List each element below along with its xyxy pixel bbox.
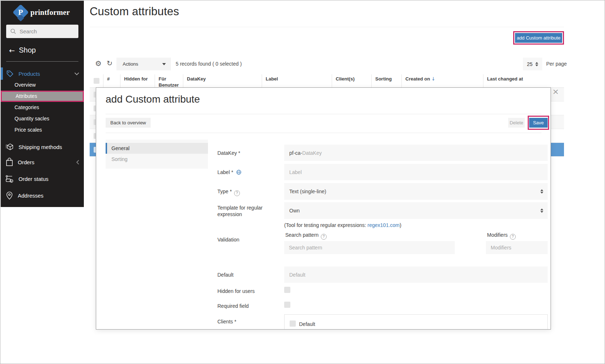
required-field-checkbox[interactable]	[284, 302, 290, 308]
records-found-text: 5 records found ( 0 selected )	[176, 61, 242, 67]
datakey-label: DataKey *	[217, 150, 281, 156]
modal-tab-general[interactable]: General	[106, 143, 208, 154]
select-stepper-icon	[540, 189, 543, 194]
sidebar-item-attributes[interactable]: Attributes	[1, 91, 84, 102]
regex-template-value: Own	[289, 208, 300, 214]
column-header-last-changed[interactable]: Last changed at	[483, 74, 564, 87]
divider	[106, 114, 541, 114]
tag-icon	[6, 70, 14, 78]
sidebar-item-categories[interactable]: Categories	[1, 102, 84, 113]
sidebar-item-order-status[interactable]: Order status	[1, 173, 84, 185]
item-label: Addresses	[18, 193, 44, 199]
sort-descending-icon: ↓	[432, 76, 436, 82]
close-icon[interactable]: ×	[551, 87, 560, 96]
shipping-box-icon	[5, 142, 14, 151]
actions-dropdown[interactable]: Actions	[116, 58, 171, 70]
modal-nav: General Sorting	[106, 140, 208, 169]
regex-tool-note: (Tool for testing regular expressions: r…	[284, 222, 401, 228]
datakey-placeholder: DataKey	[302, 150, 322, 156]
regex101-link[interactable]: regex101.com	[368, 222, 400, 228]
search-input[interactable]	[20, 28, 74, 34]
label-input[interactable]	[284, 164, 548, 180]
delete-button[interactable]: Delete	[508, 118, 525, 128]
sidebar: P printformer ← Shop Products Overview A…	[1, 1, 84, 207]
shop-label: Shop	[19, 46, 36, 54]
refresh-icon[interactable]: ↻	[107, 59, 113, 67]
sidebar-item-shipping-methods[interactable]: Shipping methods	[1, 141, 84, 153]
active-section-bar	[1, 67, 3, 80]
sidebar-item-products[interactable]: Products	[1, 68, 84, 79]
divider	[106, 133, 541, 133]
chevron-down-icon	[74, 72, 79, 75]
regex-template-select[interactable]: Own	[284, 202, 548, 219]
sidebar-item-orders[interactable]: Orders	[1, 156, 84, 168]
sidebar-item-overview[interactable]: Overview	[1, 79, 84, 91]
regex-template-label: Template for regular expression	[217, 204, 274, 218]
settings-gear-icon[interactable]: ⚙	[95, 59, 102, 68]
type-select[interactable]: Text (single-line)	[284, 183, 548, 200]
modal-title: add Custom attribute	[106, 94, 200, 105]
logo-text: printformer	[30, 8, 70, 17]
dropdown-arrow-icon	[162, 63, 166, 65]
select-stepper-icon	[540, 208, 543, 213]
hidden-for-users-label: Hidden for users	[217, 288, 281, 294]
back-to-overview-button[interactable]: Back to overview	[106, 118, 151, 128]
column-header-created-on[interactable]: Created on ↓	[401, 74, 483, 87]
workflow-icon	[5, 175, 14, 183]
printformer-logo-icon: P	[12, 4, 29, 20]
add-custom-attribute-button[interactable]: add Custom attribute	[515, 33, 562, 43]
default-input[interactable]	[284, 266, 548, 283]
datakey-field[interactable]: pf-ca-DataKey	[284, 145, 548, 161]
modal-tab-sorting[interactable]: Sorting	[106, 154, 208, 165]
back-to-shop[interactable]: ← Shop	[1, 38, 84, 54]
page-title: Custom attributes	[90, 5, 179, 18]
modifiers-input[interactable]	[486, 241, 548, 254]
shopping-bag-icon	[5, 158, 13, 166]
label-label: Label *	[217, 169, 281, 177]
sidebar-item-shop-content[interactable]: Shop content	[1, 205, 84, 207]
save-button-highlight: Save	[528, 116, 549, 130]
search-pattern-input[interactable]	[284, 241, 455, 254]
sidebar-item-quantity-scales[interactable]: Quantity sacles	[1, 113, 84, 124]
sidebar-item-addresses[interactable]: Addresses	[1, 189, 84, 202]
validation-label: Validation	[217, 236, 281, 243]
save-button[interactable]: Save	[529, 118, 548, 128]
column-header-fuer-benutzer[interactable]: Für Benutzer	[155, 74, 183, 87]
client-default-checkbox[interactable]	[290, 320, 296, 327]
select-all-checkbox[interactable]	[94, 78, 99, 84]
clients-label: Clients *	[217, 318, 281, 325]
client-default-label: Default	[299, 321, 315, 327]
map-pin-icon	[5, 191, 13, 200]
back-arrow-icon: ←	[9, 46, 15, 54]
chevron-left-icon	[76, 160, 79, 165]
type-value: Text (single-line)	[289, 189, 326, 194]
item-label: Order status	[19, 176, 49, 182]
sidebar-item-price-scales[interactable]: Price scales	[1, 124, 84, 136]
column-header-clients[interactable]: Client(s)	[332, 74, 371, 87]
default-label: Default	[217, 272, 281, 278]
hidden-for-users-checkbox[interactable]	[284, 287, 290, 293]
type-label: Type *?	[217, 188, 281, 196]
search-pattern-label: Search pattern?	[285, 232, 327, 240]
help-icon[interactable]: ?	[321, 234, 327, 240]
actions-label: Actions	[123, 61, 138, 67]
help-icon[interactable]: ?	[510, 234, 516, 240]
app-frame: P printformer ← Shop Products Overview A…	[0, 0, 605, 364]
required-field-label: Required field	[217, 303, 281, 309]
per-page-select[interactable]: 25	[523, 58, 542, 70]
column-header-hidden-for[interactable]: Hidden for	[120, 74, 155, 87]
item-label: Orders	[18, 159, 34, 165]
add-custom-attribute-highlight: add Custom attribute	[513, 31, 564, 45]
sidebar-divider	[6, 61, 78, 62]
help-icon[interactable]: ?	[234, 190, 240, 196]
column-header-datakey[interactable]: DataKey	[183, 74, 262, 87]
per-page-label: Per page	[546, 61, 567, 67]
clients-list: Default	[284, 314, 548, 330]
column-header-label[interactable]: Label	[262, 74, 332, 87]
table-header: # Hidden for Für Benutzer DataKey Label …	[90, 74, 564, 88]
sidebar-search[interactable]	[6, 25, 78, 38]
column-header-number[interactable]: #	[103, 74, 120, 87]
select-all-cell[interactable]	[90, 74, 103, 87]
column-header-sorting[interactable]: Sorting	[371, 74, 401, 87]
globe-icon[interactable]	[236, 170, 242, 176]
